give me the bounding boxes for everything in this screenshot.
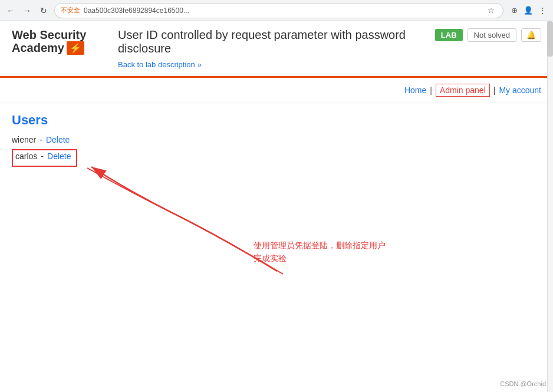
menu-icon[interactable]: ⋮ xyxy=(536,5,548,17)
annotation-line2: 完成实验 xyxy=(254,252,482,265)
reload-button[interactable]: ↻ xyxy=(38,5,50,17)
lab-badge-area: LAB Not solved 🔔 xyxy=(435,28,541,42)
browser-chrome: ← → ↻ 不安全 0aa500c303fe6892894ce16500... … xyxy=(0,0,553,21)
forward-button[interactable]: → xyxy=(21,5,33,17)
user-row-wiener: wiener - Delete xyxy=(12,135,541,144)
delete-carlos-link[interactable]: Delete xyxy=(47,151,71,161)
main-content: Users wiener - Delete carlos - Delete xyxy=(0,103,553,392)
lab-title: User ID controlled by request parameter … xyxy=(118,28,423,55)
nav-sep2: | xyxy=(493,85,496,95)
nav-my-account[interactable]: My account xyxy=(499,85,541,95)
site-header: Web Security Academy ⚡ User ID controlle… xyxy=(0,21,553,78)
nav-admin-panel[interactable]: Admin panel xyxy=(436,84,490,97)
site-nav: Home | Admin panel | My account xyxy=(0,78,553,103)
url-text: 0aa500c303fe6892894ce16500... xyxy=(84,6,482,15)
star-icon[interactable]: ☆ xyxy=(485,5,497,17)
nav-home[interactable]: Home xyxy=(404,85,426,95)
back-button[interactable]: ← xyxy=(5,5,17,17)
scrollbar-thumb[interactable] xyxy=(547,21,553,57)
logo-area: Web Security Academy ⚡ xyxy=(12,28,106,55)
users-section-title: Users xyxy=(12,113,541,128)
logo-icon: ⚡ xyxy=(67,41,84,55)
lab-status: Not solved xyxy=(468,28,516,42)
back-to-lab-link[interactable]: Back to lab description » xyxy=(118,60,423,69)
scrollbar-track[interactable] xyxy=(547,21,553,392)
user-name-wiener: wiener xyxy=(12,135,36,144)
security-warning: 不安全 xyxy=(61,6,80,15)
user-row-carlos: carlos - Delete xyxy=(15,151,71,161)
extensions-icon[interactable]: ⊕ xyxy=(508,5,520,17)
annotation-text: 使用管理员凭据登陆，删除指定用户 完成实验 xyxy=(254,239,482,265)
logo-academy: Academy ⚡ xyxy=(12,41,106,55)
lab-info: User ID controlled by request parameter … xyxy=(118,28,423,69)
profile-icon[interactable]: 👤 xyxy=(522,5,534,17)
delete-wiener-link[interactable]: Delete xyxy=(46,135,70,144)
lab-alert-button[interactable]: 🔔 xyxy=(521,28,541,42)
nav-sep1: | xyxy=(430,85,432,95)
watermark: CSDN @Orchid xyxy=(500,380,546,387)
carlos-highlight-box: carlos - Delete xyxy=(12,149,77,167)
user-sep-wiener: - xyxy=(40,135,42,144)
user-sep-carlos: - xyxy=(41,151,44,161)
lab-badge: LAB xyxy=(435,29,463,41)
annotation-line1: 使用管理员凭据登陆，删除指定用户 xyxy=(254,239,482,252)
user-name-carlos: carlos xyxy=(15,151,37,161)
page-content: Web Security Academy ⚡ User ID controlle… xyxy=(0,21,553,392)
logo-websecurity: Web Security xyxy=(12,28,106,41)
chrome-toolbar: ⊕ 👤 ⋮ xyxy=(508,5,548,17)
address-bar[interactable]: 不安全 0aa500c303fe6892894ce16500... ☆ xyxy=(54,3,503,18)
